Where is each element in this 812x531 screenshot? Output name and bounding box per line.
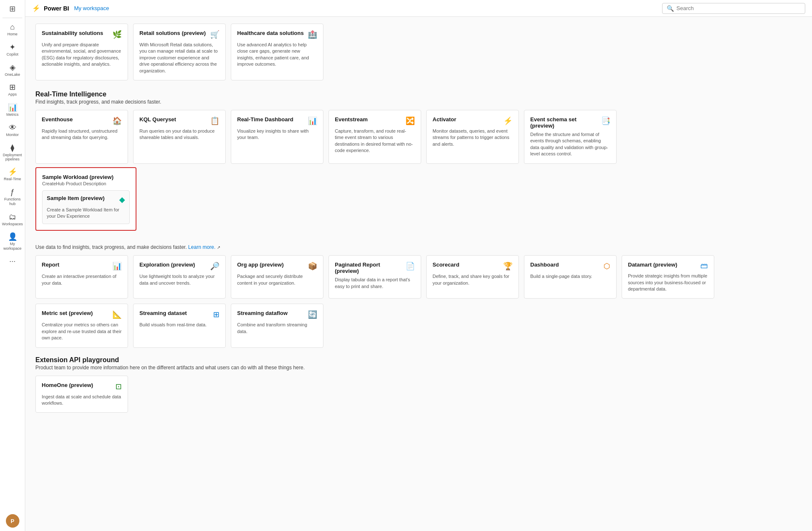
card-desc: Rapidly load structured, unstructured an… bbox=[42, 128, 122, 141]
exploration-card[interactable]: Exploration (preview) 🔎 Use lightweight … bbox=[133, 255, 226, 299]
card-header: Metric set (preview) 📐 bbox=[42, 310, 122, 319]
activator-icon: ⚡ bbox=[503, 116, 513, 125]
sidebar-item-functions[interactable]: ƒ Functions hub bbox=[0, 185, 25, 210]
card-header: Streaming dataset ⊞ bbox=[139, 310, 219, 319]
card-title: HomeOne (preview) bbox=[42, 382, 93, 388]
card-title: Exploration (preview) bbox=[139, 261, 195, 268]
kql-card[interactable]: KQL Queryset 📋 Run queries on your data … bbox=[133, 110, 226, 164]
sidebar-item-copilot[interactable]: ✦ Copilot bbox=[0, 40, 25, 60]
retail-icon: 🛒 bbox=[210, 30, 219, 39]
extension-desc: Product team to provide more information… bbox=[35, 365, 802, 371]
power-bi-text: Power BI bbox=[44, 5, 69, 12]
streaming-dataset-card[interactable]: Streaming dataset ⊞ Build visuals from r… bbox=[133, 304, 226, 347]
streaming-icon: ⊞ bbox=[213, 310, 219, 319]
sidebar-item-label: OneLake bbox=[5, 72, 20, 77]
sample-item-icon: ◆ bbox=[119, 195, 125, 204]
card-desc: Capture, transform, and route real-time … bbox=[335, 128, 415, 154]
sidebar-item-home[interactable]: ⌂ Home bbox=[0, 20, 25, 40]
homeone-icon: ⊡ bbox=[115, 382, 122, 391]
sidebar-item-myworkspace[interactable]: 👤 My workspace bbox=[0, 229, 25, 254]
user-avatar[interactable]: P bbox=[6, 514, 19, 528]
sidebar-item-onelake[interactable]: ◈ OneLake bbox=[0, 60, 25, 80]
realtime-cards-grid: Eventhouse 🏠 Rapidly load structured, un… bbox=[35, 110, 802, 164]
eventhouse-icon: 🏠 bbox=[112, 116, 122, 125]
insights-cards-grid: Report 📊 Create an interactive presentat… bbox=[35, 255, 802, 347]
card-title: Retail solutions (preview) bbox=[139, 30, 206, 36]
card-desc: Centralize your metrics so others can ex… bbox=[42, 322, 122, 341]
card-header: Retail solutions (preview) 🛒 bbox=[139, 30, 219, 39]
sidebar-item-metrics[interactable]: 📊 Metrics bbox=[0, 100, 25, 120]
sidebar-item-workspaces[interactable]: 🗂 Workspaces bbox=[0, 210, 25, 230]
extension-heading: Extension API playground bbox=[35, 356, 802, 364]
home-icon: ⌂ bbox=[10, 23, 15, 31]
card-desc: Define, track, and share key goals for y… bbox=[433, 273, 513, 286]
healthcare-icon: 🏥 bbox=[308, 30, 317, 39]
paginated-card[interactable]: Paginated Report (preview) 📄 Display tab… bbox=[329, 255, 421, 299]
card-header: Paginated Report (preview) 📄 bbox=[335, 261, 415, 274]
metricset-card[interactable]: Metric set (preview) 📐 Centralize your m… bbox=[35, 304, 128, 347]
card-desc: Create a Sample Workload Item for your D… bbox=[47, 207, 125, 220]
card-header: Sustainability solutions 🌿 bbox=[42, 30, 122, 39]
workspace-link[interactable]: My workspace bbox=[74, 5, 109, 11]
card-title: Eventstream bbox=[335, 116, 368, 123]
functions-icon: ƒ bbox=[10, 188, 14, 196]
eventstream-card[interactable]: Eventstream 🔀 Capture, transform, and ro… bbox=[329, 110, 421, 164]
card-title: KQL Queryset bbox=[139, 116, 176, 123]
report-icon: 📊 bbox=[112, 261, 122, 271]
sustainability-card[interactable]: Sustainability solutions 🌿 Unify and pre… bbox=[35, 24, 128, 80]
eventhouse-card[interactable]: Eventhouse 🏠 Rapidly load structured, un… bbox=[35, 110, 128, 164]
sidebar: ⊞ ⌂ Home ✦ Copilot ◈ OneLake ⊞ Apps 📊 Me… bbox=[0, 0, 25, 531]
search-input[interactable] bbox=[676, 5, 801, 11]
learn-more-link[interactable]: Learn more. bbox=[188, 244, 216, 250]
extension-cards-grid: HomeOne (preview) ⊡ Ingest data at scale… bbox=[35, 376, 802, 413]
card-header: Healthcare data solutions 🏥 bbox=[237, 30, 317, 39]
orgapp-card[interactable]: Org app (preview) 📦 Package and securely… bbox=[231, 255, 323, 299]
report-card[interactable]: Report 📊 Create an interactive presentat… bbox=[35, 255, 128, 299]
event-schema-icon: 📑 bbox=[601, 116, 610, 125]
card-header: Activator ⚡ bbox=[433, 116, 513, 125]
card-title: Org app (preview) bbox=[237, 261, 284, 268]
activator-card[interactable]: Activator ⚡ Monitor datasets, queries, a… bbox=[426, 110, 519, 164]
sidebar-item-label: Deployment pipelines bbox=[2, 153, 23, 161]
main-container: ⚡ Power BI My workspace 🔍 Sustainability… bbox=[25, 0, 812, 531]
paginated-icon: 📄 bbox=[406, 261, 415, 271]
search-box[interactable]: 🔍 bbox=[662, 3, 805, 14]
insights-desc: Use data to find insights, track progres… bbox=[35, 244, 802, 250]
sample-workload-section[interactable]: Sample Workload (preview) CreateHub Prod… bbox=[35, 167, 136, 231]
card-desc: Provide strategic insights from multiple… bbox=[628, 273, 708, 292]
sidebar-item-deployment[interactable]: ⧫ Deployment pipelines bbox=[0, 141, 25, 165]
sidebar-item-monitor[interactable]: 👁 Monitor bbox=[0, 120, 25, 141]
apps-grid-icon[interactable]: ⊞ bbox=[9, 4, 16, 13]
sidebar-item-label: Real-Time bbox=[4, 177, 21, 181]
card-desc: Run queries on your data to produce shar… bbox=[139, 128, 219, 141]
sidebar-item-realtime[interactable]: ⚡ Real-Time bbox=[0, 165, 25, 185]
card-title: Sample Item (preview) bbox=[47, 195, 104, 201]
streaming-dataflow-card[interactable]: Streaming dataflow 🔄 Combine and transfo… bbox=[231, 304, 323, 347]
scorecard-card[interactable]: Scorecard 🏆 Define, track, and share key… bbox=[426, 255, 519, 299]
orgapp-icon: 📦 bbox=[308, 261, 317, 271]
sustainability-icon: 🌿 bbox=[112, 30, 122, 39]
top-cards-row: Sustainability solutions 🌿 Unify and pre… bbox=[35, 24, 802, 80]
copilot-icon: ✦ bbox=[9, 43, 16, 51]
card-header: Real-Time Dashboard 📊 bbox=[237, 116, 317, 125]
sample-item-card[interactable]: Sample Item (preview) ◆ Create a Sample … bbox=[42, 190, 130, 224]
sidebar-item-apps[interactable]: ⊞ Apps bbox=[0, 80, 25, 100]
dashboard-card[interactable]: Dashboard ⬡ Build a single-page data sto… bbox=[524, 255, 617, 299]
retail-card[interactable]: Retail solutions (preview) 🛒 With Micros… bbox=[133, 24, 226, 80]
datamart-card[interactable]: Datamart (preview) 🗃 Provide strategic i… bbox=[622, 255, 714, 299]
onelake-icon: ◈ bbox=[10, 64, 16, 71]
realtime-section-heading: Real-Time Intelligence Find insights, tr… bbox=[35, 91, 802, 105]
more-options-icon[interactable]: ··· bbox=[7, 254, 18, 268]
metricset-icon: 📐 bbox=[112, 310, 122, 319]
homeone-card[interactable]: HomeOne (preview) ⊡ Ingest data at scale… bbox=[35, 376, 128, 413]
healthcare-card[interactable]: Healthcare data solutions 🏥 Use advanced… bbox=[231, 24, 323, 80]
card-header: Dashboard ⬡ bbox=[530, 261, 610, 271]
content-area: Sustainability solutions 🌿 Unify and pre… bbox=[25, 17, 812, 531]
event-schema-card[interactable]: Event schema set (preview) 📑 Define the … bbox=[524, 110, 617, 164]
sidebar-item-label: Functions hub bbox=[2, 197, 23, 206]
card-title: Metric set (preview) bbox=[42, 310, 93, 316]
realtime-dashboard-card[interactable]: Real-Time Dashboard 📊 Visualize key insi… bbox=[231, 110, 323, 164]
card-title: Healthcare data solutions bbox=[237, 30, 304, 36]
topbar: ⚡ Power BI My workspace 🔍 bbox=[25, 0, 812, 17]
sidebar-top: ⊞ bbox=[0, 0, 25, 16]
